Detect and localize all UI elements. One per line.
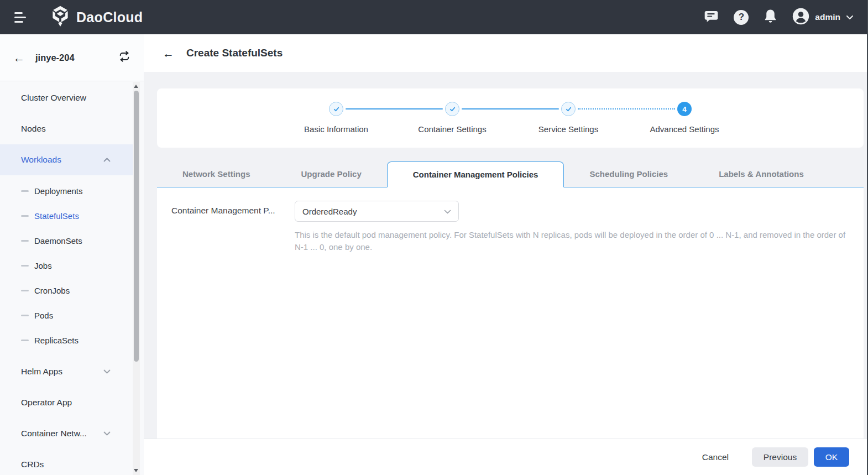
sidebar-item-helm-apps[interactable]: Helm Apps [0,356,133,387]
dash-icon [21,215,29,217]
brand-name: DaoCloud [76,9,143,25]
menu-icon[interactable] [14,12,27,23]
dash-icon [21,290,29,291]
chevron-down-icon [103,369,111,374]
tab-scheduling-policies[interactable]: Scheduling Policies [564,161,693,187]
page-title: Create StatefulSets [186,47,283,59]
sidebar-item-nodes[interactable]: Nodes [0,113,133,144]
sidebar-scrollbar[interactable] [133,82,140,475]
sidebar-item-pods[interactable]: Pods [0,303,133,328]
sidebar-item-operator-app[interactable]: Operator App [0,387,133,418]
previous-button[interactable]: Previous [752,447,808,467]
footer: Cancel Previous OK [144,439,868,475]
step-1-label: Basic Information [278,124,394,134]
tab-panel: Container Management P... OrderedReady T… [157,187,864,439]
chevron-down-icon [103,431,111,436]
ok-button[interactable]: OK [814,447,849,467]
step-2-label: Container Settings [394,124,510,134]
tab-labels-annotations[interactable]: Labels & Annotations [693,161,829,187]
sidebar-item-cluster-overview[interactable]: Cluster Overview [0,82,133,113]
step-4-label: Advanced Settings [626,124,742,134]
scrollbar-thumb[interactable] [134,91,139,362]
sidebar-nav: Cluster Overview Nodes Workloads Deploym… [0,81,144,475]
sidebar-back-icon[interactable]: ← [13,52,25,64]
tab-container-management-policies[interactable]: Container Management Policies [387,161,564,187]
step-4-badge[interactable]: 4 [677,102,692,116]
dash-icon [21,315,29,316]
dash-icon [21,340,29,341]
tab-upgrade-policy[interactable]: Upgrade Policy [276,161,387,187]
brand[interactable]: DaoCloud [50,5,143,29]
step-connector [346,108,443,110]
switch-cluster-icon[interactable] [118,50,130,65]
sidebar-header: ← jinye-204 [0,34,144,81]
policy-help-text: This is the default pod management polic… [295,229,849,253]
sidebar-item-crds[interactable]: CRDs [0,449,133,475]
avatar [792,8,809,27]
dash-icon [21,240,29,242]
chevron-down-icon [444,206,451,216]
sidebar-item-cronjobs[interactable]: CronJobs [0,278,133,303]
policy-select[interactable]: OrderedReady [295,201,459,222]
cluster-name: jinye-204 [35,53,118,63]
messages-icon[interactable] [704,9,719,26]
dash-icon [21,190,29,192]
main-area: ← Create StatefulSets 4 Basi [144,34,868,475]
scroll-up-icon[interactable] [134,85,138,88]
sidebar-item-workloads[interactable]: Workloads [0,144,133,175]
dash-icon [21,265,29,267]
cancel-button[interactable]: Cancel [696,447,735,467]
chevron-down-icon [846,12,854,22]
field-label-container-management-policy: Container Management P... [171,201,295,216]
step-2-done-icon[interactable] [445,102,459,116]
sidebar-item-replicasets[interactable]: ReplicaSets [0,328,133,353]
sidebar-item-deployments[interactable]: Deployments [0,179,133,203]
user-name: admin [815,12,840,22]
notifications-icon[interactable] [764,9,777,26]
sidebar: ← jinye-204 Cluster Overview Nodes Workl… [0,34,144,475]
tabbar: Network Settings Upgrade Policy Containe… [157,161,864,187]
sidebar-item-jobs[interactable]: Jobs [0,253,133,278]
page-header: ← Create StatefulSets [144,34,868,72]
content: 4 Basic Information Container Settings S… [144,72,868,439]
page-back-icon[interactable]: ← [163,48,174,59]
help-icon[interactable]: ? [734,10,749,25]
daocloud-logo-icon [50,5,71,29]
step-connector-dotted [578,108,675,109]
step-1-done-icon[interactable] [329,102,343,116]
sidebar-item-statefulsets[interactable]: StatefulSets [0,203,133,228]
step-3-label: Service Settings [510,124,626,134]
sidebar-item-daemonsets[interactable]: DaemonSets [0,228,133,253]
chevron-up-icon [103,158,111,162]
sidebar-item-container-network[interactable]: Container Netw... [0,418,133,449]
step-connector [462,108,559,110]
user-menu[interactable]: admin [792,8,854,27]
step-3-done-icon[interactable] [561,102,576,116]
stepper: 4 Basic Information Container Settings S… [157,88,864,148]
topbar: DaoCloud ? admin [0,0,868,34]
policy-select-value: OrderedReady [302,207,357,216]
scroll-down-icon[interactable] [134,469,138,472]
tab-network-settings[interactable]: Network Settings [157,161,276,187]
